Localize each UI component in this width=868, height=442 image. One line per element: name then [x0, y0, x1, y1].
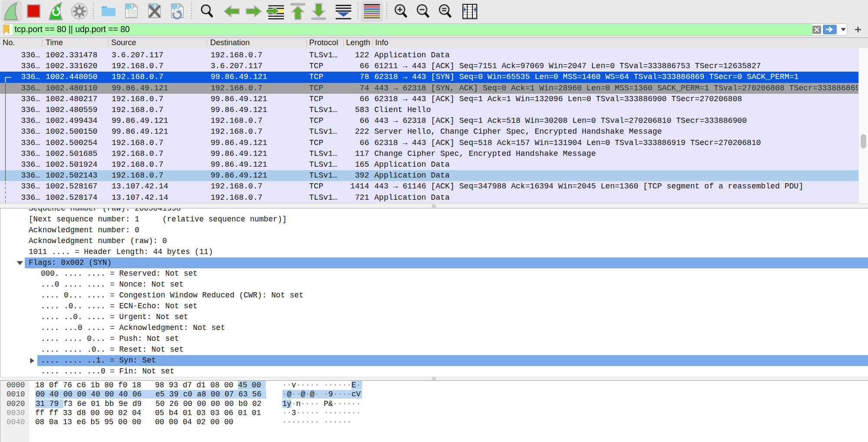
svg-text:01110: 01110 [128, 15, 136, 18]
